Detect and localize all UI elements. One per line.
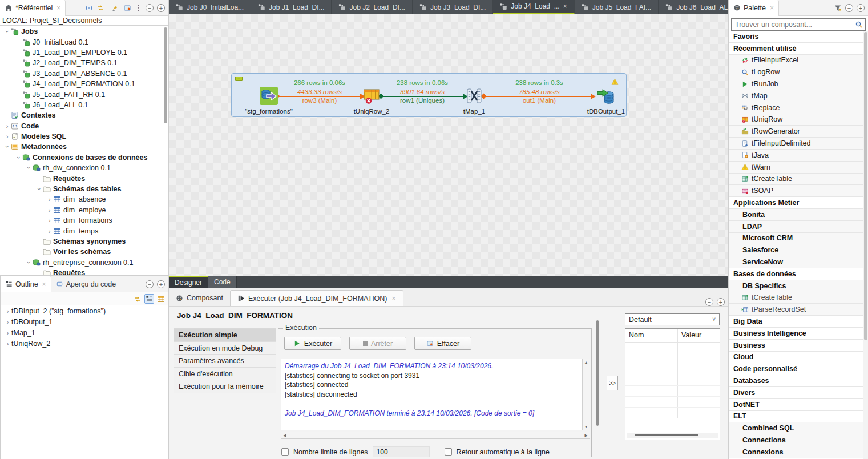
node-tdboutput-1[interactable]: tDBOutput_1 — [566, 86, 646, 115]
component-tfileinputdelimited[interactable]: tFileInputDelimited — [729, 138, 863, 150]
node-stg-formations[interactable]: "stg_formations" — [229, 86, 309, 115]
tree-item-j6[interactable]: J6_Load_ALL 0.1 — [0, 100, 168, 110]
tab-job-j5[interactable]: Job J5_Load_FAI... — [575, 0, 659, 14]
refresh-icon[interactable] — [96, 4, 104, 12]
scroll-down-icon[interactable]: ▼ — [584, 425, 588, 429]
outline-item[interactable]: tDBInput_2 ("stg_formations") — [1, 305, 168, 316]
palette-family-favoris[interactable]: Favoris — [729, 31, 863, 43]
chevron-down-icon[interactable] — [3, 28, 11, 35]
palette-family-bases-de-donnees[interactable]: Bases de données — [729, 268, 863, 280]
tree-item-metadata[interactable]: Métadonnées — [0, 142, 168, 152]
link-with-editor-icon[interactable] — [112, 4, 120, 12]
chevron-right-icon[interactable] — [3, 123, 11, 130]
tree-item-code[interactable]: Code — [0, 121, 168, 131]
console-horizontal-scrollbar[interactable]: ◀▶ — [281, 432, 590, 439]
filter-icon[interactable] — [834, 4, 842, 12]
component-tmap[interactable]: tMap — [729, 90, 863, 102]
maximize-icon[interactable]: + — [157, 280, 165, 288]
menu-execution-memoire[interactable]: Exécution pour la mémoire — [174, 380, 276, 393]
tree-item-j4[interactable]: J4_Load_DIM_FORMATION 0.1 — [0, 79, 168, 89]
tree-item-dim-temps[interactable]: dim_temps — [0, 226, 168, 236]
chevron-right-icon[interactable] — [46, 217, 53, 224]
tree-item-schemas-synonymes[interactable]: Schémas synonymes — [0, 236, 168, 247]
tree-item-j2[interactable]: J2_Load_DIM_TEMPS 0.1 — [0, 58, 168, 68]
subjob-collapse-icon[interactable]: − — [235, 76, 243, 81]
menu-parametres-avances[interactable]: Paramètres avancés — [174, 355, 276, 368]
tree-item-j1[interactable]: J1_Load_DIM_EMPLOYE 0.1 — [0, 47, 168, 58]
component-tparserecordset[interactable]: tParseRecordSet — [729, 304, 863, 316]
outline-item[interactable]: tUniqRow_2 — [1, 338, 168, 349]
tab-executer[interactable]: Exécuter (Job J4_Load_DIM_FORMATION) × — [230, 290, 403, 306]
word-wrap-checkbox[interactable] — [445, 448, 452, 456]
tab-outline[interactable]: Outline × — [1, 276, 51, 292]
component-tcreatetable[interactable]: tCreateTable — [729, 174, 863, 186]
repository-scrollbar[interactable] — [164, 27, 167, 123]
palette-family-big-data[interactable]: Big Data — [729, 316, 863, 328]
tree-item-dim-formations[interactable]: dim_formations — [0, 215, 168, 226]
palette-subfamily-salesforce[interactable]: Salesforce — [729, 244, 863, 256]
chevron-right-icon[interactable] — [3, 133, 11, 140]
chevron-right-icon[interactable] — [4, 308, 11, 315]
component-search-input[interactable] — [732, 21, 855, 29]
chevron-down-icon[interactable] — [15, 154, 22, 161]
context-variables-table[interactable]: Nom Valeur — [625, 328, 720, 440]
chevron-right-icon[interactable] — [46, 207, 53, 214]
component-tjava[interactable]: tJava — [729, 150, 863, 162]
line-limit-checkbox[interactable] — [281, 448, 289, 456]
tree-item-sql-models[interactable]: Modèles SQL — [0, 131, 168, 142]
palette-subfamily-connexions[interactable]: Connexions — [729, 446, 863, 458]
collapse-all-icon[interactable] — [85, 4, 93, 12]
maximize-icon[interactable]: + — [857, 4, 865, 12]
palette-family-divers[interactable]: Divers — [729, 387, 863, 399]
component-treplace[interactable]: tReplace — [729, 102, 863, 114]
run-view-scrollbar[interactable] — [596, 320, 599, 426]
tab-apercu-code[interactable]: Aperçu du code — [51, 276, 121, 292]
minimize-icon[interactable]: − — [146, 280, 154, 288]
chevron-right-icon[interactable] — [46, 228, 53, 235]
search-icon[interactable] — [855, 21, 863, 29]
tab-code[interactable]: Code — [208, 276, 237, 288]
component-tlogrow[interactable]: tLogRow — [729, 66, 863, 78]
context-select[interactable]: Default ˅ — [625, 313, 720, 325]
close-icon[interactable]: × — [770, 4, 774, 12]
tab-designer[interactable]: Designer — [169, 276, 208, 288]
minimize-icon[interactable]: − — [705, 298, 713, 306]
view-menu-icon[interactable]: ⋮ — [135, 3, 142, 12]
tree-item-j0[interactable]: J0_InitialLoad 0.1 — [0, 37, 168, 47]
component-tsoap[interactable]: tSOAP — [729, 185, 863, 197]
node-tmap-1[interactable]: tMap_1 — [434, 86, 514, 115]
component-twarn[interactable]: tWarn — [729, 162, 863, 174]
menu-execution-simple[interactable]: Exécution simple — [174, 329, 276, 342]
palette-family-recent[interactable]: Récemment utilisé — [729, 43, 863, 55]
job-design-canvas[interactable]: − 266 rows in 0.06s 4433.33 rows/s row3 … — [169, 14, 728, 276]
close-icon[interactable]: × — [42, 280, 46, 288]
run-button[interactable]: Exécuter — [284, 337, 341, 350]
line-limit-input[interactable] — [373, 446, 430, 457]
component-tcreatetable-db[interactable]: tCreateTable — [729, 292, 863, 304]
tab-palette[interactable]: Palette × — [729, 0, 779, 16]
clear-button[interactable]: Effacer — [414, 337, 471, 350]
table-view-icon[interactable] — [157, 295, 165, 303]
tree-item-j5[interactable]: J5_Load_FAIT_RH 0.1 — [0, 89, 168, 99]
link-with-editor-icon[interactable] — [134, 295, 142, 303]
palette-family-elt[interactable]: ELT — [729, 411, 863, 423]
chevron-right-icon[interactable] — [4, 319, 11, 325]
palette-family-dotnet[interactable]: DotNET — [729, 399, 863, 411]
close-icon[interactable]: × — [392, 295, 396, 303]
table-horizontal-scrollbar[interactable] — [627, 433, 718, 438]
tree-item-requetes-2[interactable]: Requêtes — [0, 268, 168, 275]
chevron-down-icon[interactable] — [35, 186, 43, 192]
tab-job-j3[interactable]: Job J3_Load_DI... — [413, 0, 493, 14]
scroll-up-icon[interactable]: ▲ — [584, 360, 588, 364]
palette-family-business-intelligence[interactable]: Business Intelligence — [729, 328, 863, 340]
palette-subfamily-servicenow[interactable]: ServiceNow — [729, 256, 863, 268]
tree-item-j3[interactable]: J3_Load_DIM_ABSENCE 0.1 — [0, 69, 168, 79]
outline-view-toggle[interactable] — [144, 294, 154, 304]
tree-item-jobs[interactable]: Jobs — [0, 26, 168, 37]
execution-console[interactable]: Démarrage du Job J4_Load_DIM_FORMATION à… — [281, 359, 582, 430]
palette-family-applications-metier[interactable]: Applications Métier — [729, 197, 863, 209]
menu-execution-debug[interactable]: Exécution en mode Debug — [174, 342, 276, 355]
component-trunjob[interactable]: tRunJob — [729, 78, 863, 90]
tab-job-j1[interactable]: Job J1_Load_DI... — [251, 0, 332, 14]
chevron-right-icon[interactable] — [4, 340, 11, 347]
